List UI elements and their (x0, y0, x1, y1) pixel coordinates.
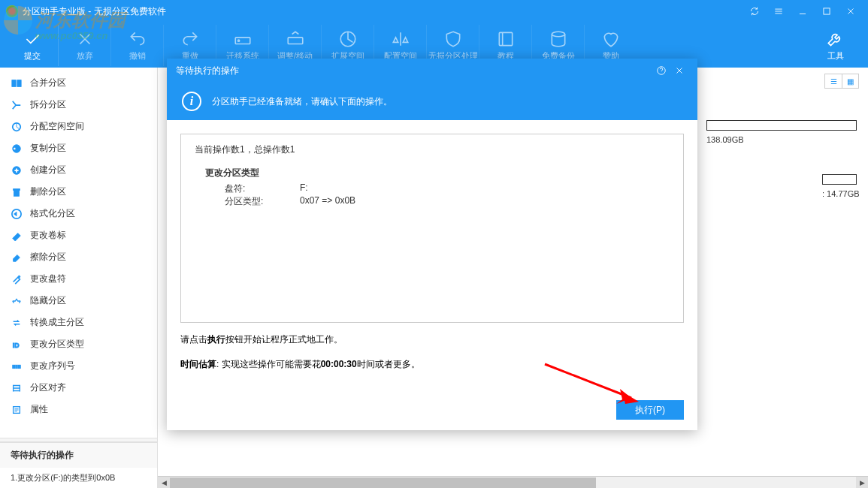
serial-icon (11, 360, 23, 372)
align-icon (11, 382, 23, 394)
close-icon[interactable] (839, 4, 862, 19)
svg-rect-13 (14, 190, 20, 196)
sidebar-label: 拆分分区 (30, 98, 66, 111)
sidebar-item-merge[interactable]: 合并分区 (0, 72, 157, 94)
toolbar-label: 撤销 (129, 50, 146, 62)
sidebar-label: 复制分区 (30, 142, 66, 155)
toolbar-label: 工具 (827, 50, 844, 62)
sidebar-label: 转换成主分区 (30, 316, 84, 329)
minimize-icon[interactable] (791, 4, 814, 19)
svg-point-11 (14, 147, 17, 150)
copy-icon (11, 143, 23, 155)
merge-icon (11, 77, 23, 89)
sidebar-label: 格式化分区 (30, 207, 75, 220)
scroll-right-icon[interactable]: ▶ (856, 477, 868, 488)
dialog-help-icon[interactable] (652, 62, 670, 80)
op-detail: 更改分区类型 盘符: F: 分区类型: 0x07 => 0x0B (205, 167, 670, 208)
label-icon (11, 230, 23, 242)
view-toggle: ☰ ▦ (824, 74, 859, 89)
sidebar-label: 分配空闲空间 (30, 120, 84, 133)
horizontal-scrollbar[interactable]: ◀ ▶ (158, 476, 868, 488)
dialog-banner-text: 分区助手已经准备就绪，请确认下面的操作。 (212, 95, 392, 108)
view-grid-icon[interactable]: ▦ (842, 74, 858, 88)
sidebar-item-letter[interactable]: 更改盘符 (0, 268, 157, 290)
sidebar-item-copy[interactable]: 复制分区 (0, 137, 157, 159)
pending-op-item[interactable]: 1.更改分区(F:)的类型到0x0B (0, 468, 157, 488)
disk1-bar[interactable] (706, 120, 857, 131)
svg-text:ID: ID (13, 341, 20, 348)
toolbar-commit[interactable]: 提交 (6, 25, 59, 66)
op-drive-value: F: (300, 182, 308, 195)
op-detail-title: 更改分区类型 (205, 167, 670, 179)
sidebar-label: 更改盘符 (30, 273, 66, 285)
info-icon: i (182, 92, 201, 111)
type-icon: ID (11, 339, 23, 351)
disk1-size: 138.09GB (706, 135, 860, 144)
execute-button[interactable]: 执行(P) (616, 400, 684, 420)
svg-rect-21 (18, 365, 19, 368)
dialog-instruction: 请点击执行按钮开始让程序正式地工作。 (180, 333, 684, 346)
disk2-bar[interactable] (822, 174, 857, 185)
sidebar-item-type[interactable]: ID更改分区类型 (0, 333, 157, 355)
menu-icon[interactable] (767, 4, 790, 19)
svg-rect-7 (12, 80, 16, 86)
maximize-icon[interactable] (815, 4, 838, 19)
disk2-size: : 14.77GB (822, 189, 860, 198)
dialog-close-icon[interactable] (670, 62, 688, 80)
dialog-title: 等待执行的操作 (176, 65, 652, 77)
sidebar-item-create[interactable]: 创建分区 (0, 159, 157, 181)
sidebar-item-serial[interactable]: 更改序列号 (0, 355, 157, 377)
view-list-icon[interactable]: ☰ (825, 74, 842, 88)
sidebar-item-label[interactable]: 更改卷标 (0, 224, 157, 246)
toolbar-label: 放弃 (77, 50, 93, 62)
pending-section-title: 等待执行的操作 (0, 442, 157, 468)
refresh-icon[interactable] (743, 4, 766, 19)
sidebar-item-allocate[interactable]: 分配空闲空间 (0, 116, 157, 137)
hide-icon (11, 295, 23, 307)
alloc-icon (11, 121, 23, 133)
dialog-body: 当前操作数1，总操作数1 更改分区类型 盘符: F: 分区类型: 0x07 =>… (167, 120, 697, 394)
props-icon (11, 404, 23, 416)
svg-point-6 (552, 32, 564, 37)
sidebar-label: 擦除分区 (30, 251, 66, 264)
svg-rect-14 (14, 188, 20, 190)
sidebar-item-delete[interactable]: 删除分区 (0, 181, 157, 203)
pending-ops-dialog: 等待执行的操作 i 分区助手已经准备就绪，请确认下面的操作。 当前操作数1，总操… (167, 59, 697, 430)
sidebar-item-hide[interactable]: 隐藏分区 (0, 290, 157, 312)
scroll-left-icon[interactable]: ◀ (158, 477, 170, 488)
window-buttons (743, 4, 862, 19)
title-bar: 分区助手专业版 - 无损分区免费软件 (0, 0, 868, 23)
sidebar-label: 删除分区 (30, 185, 66, 198)
split-icon (11, 99, 23, 111)
erase-icon (11, 252, 23, 264)
sidebar-item-format[interactable]: 格式化分区 (0, 203, 157, 224)
format-icon (11, 208, 23, 220)
toolbar-undo[interactable]: 撤销 (111, 25, 164, 66)
svg-rect-3 (288, 37, 303, 44)
sidebar-label: 分区对齐 (30, 381, 66, 394)
dialog-banner: i 分区助手已经准备就绪，请确认下面的操作。 (167, 83, 697, 120)
svg-rect-5 (499, 32, 512, 45)
scroll-thumb[interactable] (170, 477, 596, 488)
sidebar-item-erase[interactable]: 擦除分区 (0, 246, 157, 268)
sidebar-item-align[interactable]: 分区对齐 (0, 377, 157, 399)
svg-rect-0 (824, 8, 830, 14)
sidebar-item-convert[interactable]: 转换成主分区 (0, 312, 157, 333)
svg-rect-8 (17, 80, 21, 86)
sidebar-item-split[interactable]: 拆分分区 (0, 94, 157, 116)
sidebar-label: 更改序列号 (30, 360, 75, 372)
toolbar-discard[interactable]: 放弃 (59, 25, 111, 66)
op-type-value: 0x07 => 0x0B (300, 195, 355, 208)
dialog-titlebar: 等待执行的操作 (167, 59, 697, 83)
create-icon (11, 164, 23, 176)
toolbar-label: 提交 (24, 50, 41, 62)
sidebar-operations: 合并分区 拆分分区 分配空闲空间 复制分区 创建分区 删除分区 格式化分区 更改… (0, 68, 157, 425)
op-drive-key: 盘符: (225, 182, 300, 195)
sidebar-label: 创建分区 (30, 164, 66, 176)
svg-rect-20 (16, 365, 17, 368)
sidebar-label: 属性 (30, 403, 48, 416)
convert-icon (11, 317, 23, 329)
toolbar-tools[interactable]: 工具 (809, 25, 862, 66)
svg-rect-18 (13, 365, 14, 368)
sidebar-item-props[interactable]: 属性 (0, 399, 157, 420)
